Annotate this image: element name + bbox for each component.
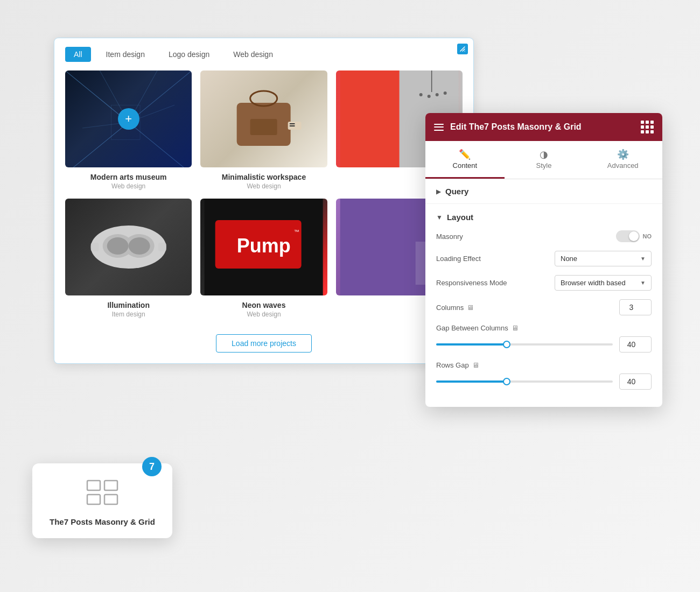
portfolio-item-category: Web design <box>200 182 327 190</box>
responsiveness-select[interactable]: Browser width based ▼ <box>555 275 652 291</box>
layout-section-title: Layout <box>447 213 473 222</box>
columns-input[interactable] <box>619 299 652 315</box>
responsiveness-value: Browser width based <box>561 279 626 287</box>
masonry-field-row: Masonry NO <box>436 230 652 242</box>
edit-panel-tabs: ✏️ Content ◑ Style ⚙️ Advanced <box>425 141 662 179</box>
portfolio-panel: All Item design Logo design Web design <box>54 38 474 364</box>
monitor-icon-2: 🖥 <box>512 324 519 332</box>
rows-gap-slider-container <box>436 373 652 390</box>
tab-style-label: Style <box>505 161 584 170</box>
tab-advanced[interactable]: ⚙️ Advanced <box>583 141 662 179</box>
responsiveness-label: Responsiveness Mode <box>436 279 507 287</box>
svg-rect-17 <box>290 123 295 124</box>
load-more-row: Load more projects <box>54 329 473 363</box>
portfolio-thumb-2[interactable] <box>200 71 327 167</box>
gear-icon: ⚙️ <box>583 149 662 160</box>
portfolio-item-title: Modern arts museum <box>65 173 192 181</box>
masonry-toggle-track[interactable] <box>616 230 640 242</box>
layout-collapse-arrow: ▼ <box>436 214 443 221</box>
gap-columns-slider-container <box>436 336 652 353</box>
resize-handle[interactable] <box>457 44 468 54</box>
pencil-icon: ✏️ <box>425 149 505 160</box>
portfolio-thumb-1[interactable]: + <box>65 71 192 167</box>
columns-field-row: Columns 🖥 <box>436 299 652 315</box>
edit-panel-body: ▶ Query ▼ Layout Masonry NO <box>425 179 662 407</box>
layout-section: ▼ Layout Masonry NO Loading Effect <box>425 204 662 407</box>
gap-columns-input[interactable] <box>619 336 652 353</box>
portfolio-item: Pump ™ Neon waves Web design <box>200 199 327 318</box>
monitor-icon-3: 🖥 <box>472 361 479 369</box>
loading-effect-chevron: ▼ <box>640 256 646 262</box>
filter-web-design[interactable]: Web design <box>225 47 282 62</box>
gap-columns-thumb[interactable] <box>503 341 510 348</box>
masonry-toggle-thumb <box>629 231 639 241</box>
tab-style[interactable]: ◑ Style <box>505 141 584 179</box>
query-collapse-arrow: ▶ <box>436 188 441 195</box>
gap-columns-fill <box>436 343 507 346</box>
svg-rect-1 <box>104 481 117 490</box>
svg-text:™: ™ <box>294 229 299 235</box>
filter-logo-design[interactable]: Logo design <box>160 47 218 62</box>
gap-columns-track[interactable] <box>436 343 613 346</box>
svg-point-30 <box>129 237 150 255</box>
svg-rect-3 <box>104 495 117 504</box>
gap-columns-slider-row: Gap Between Columns 🖥 <box>436 324 652 353</box>
filter-item-design[interactable]: Item design <box>97 47 153 62</box>
svg-rect-31 <box>91 243 99 251</box>
edit-panel: Edit The7 Posts Masonry & Grid ✏️ Conten… <box>425 113 662 407</box>
apps-icon[interactable] <box>641 121 654 133</box>
portfolio-item-title: Neon waves <box>200 301 327 309</box>
load-more-button[interactable]: Load more projects <box>216 334 312 353</box>
masonry-toggle-value: NO <box>643 233 652 239</box>
edit-panel-header: Edit The7 Posts Masonry & Grid <box>425 113 662 141</box>
portfolio-item-category: Item design <box>65 311 192 318</box>
hamburger-icon[interactable] <box>434 124 444 131</box>
svg-text:Pump: Pump <box>237 235 291 257</box>
svg-rect-18 <box>290 125 295 126</box>
portfolio-item-title: Illumination <box>65 301 192 309</box>
add-item-btn[interactable]: + <box>118 108 139 130</box>
filter-all[interactable]: All <box>65 47 91 62</box>
rows-gap-label: Rows Gap 🖥 <box>436 361 479 369</box>
tab-advanced-label: Advanced <box>583 161 662 170</box>
tab-content[interactable]: ✏️ Content <box>425 141 505 179</box>
widget-card-icon <box>43 480 162 509</box>
loading-effect-field-row: Loading Effect None ▼ <box>436 251 652 266</box>
query-section[interactable]: ▶ Query <box>425 179 662 204</box>
rows-gap-slider-row: Rows Gap 🖥 <box>436 361 652 390</box>
scene: 7 The7 Posts Masonry & Grid All Item des… <box>0 0 700 592</box>
rows-gap-track[interactable] <box>436 380 613 383</box>
svg-point-23 <box>427 95 430 98</box>
portfolio-item: Illumination Item design <box>65 199 192 318</box>
layout-section-header[interactable]: ▼ Layout <box>436 213 652 222</box>
loading-effect-label: Loading Effect <box>436 255 481 263</box>
portfolio-thumb-5[interactable]: Pump ™ <box>200 199 327 295</box>
portfolio-grid: + Modern arts museum Web design <box>54 71 473 329</box>
widget-card-title: The7 Posts Masonry & Grid <box>43 516 162 527</box>
svg-point-22 <box>419 93 422 96</box>
query-section-title: Query <box>445 187 468 196</box>
columns-label: Columns 🖥 <box>436 304 474 312</box>
masonry-toggle[interactable]: NO <box>616 230 652 242</box>
masonry-label: Masonry <box>436 232 463 241</box>
loading-effect-select[interactable]: None ▼ <box>555 251 652 266</box>
portfolio-item: + Modern arts museum Web design <box>65 71 192 190</box>
svg-point-29 <box>107 237 129 255</box>
widget-card: 7 The7 Posts Masonry & Grid <box>32 463 172 538</box>
style-icon: ◑ <box>505 149 584 160</box>
loading-effect-value: None <box>561 255 577 263</box>
responsiveness-field-row: Responsiveness Mode Browser width based … <box>436 275 652 291</box>
rows-gap-input[interactable] <box>619 373 652 390</box>
svg-rect-19 <box>340 71 399 167</box>
gap-columns-label: Gap Between Columns 🖥 <box>436 324 519 332</box>
thumb-add-overlay: + <box>65 71 192 167</box>
portfolio-item-category: Web design <box>200 311 327 318</box>
svg-rect-0 <box>87 481 100 490</box>
rows-gap-fill <box>436 380 507 383</box>
edit-panel-title: Edit The7 Posts Masonry & Grid <box>450 122 582 132</box>
rows-gap-thumb[interactable] <box>503 378 510 385</box>
portfolio-item-title: Minimalistic workspace <box>200 173 327 181</box>
svg-point-25 <box>443 91 446 95</box>
svg-point-24 <box>435 93 438 96</box>
portfolio-thumb-4[interactable] <box>65 199 192 295</box>
